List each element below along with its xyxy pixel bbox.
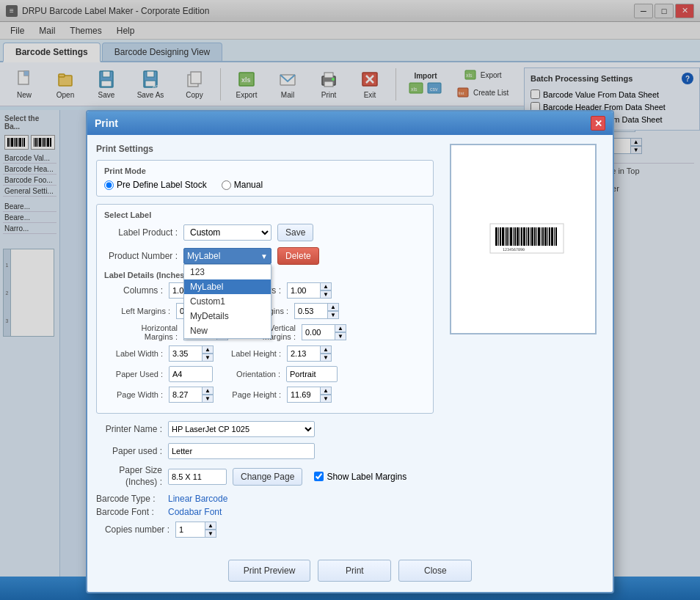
select-label-title: Select Label	[104, 211, 426, 219]
printer-name-label: Printer Name :	[96, 424, 162, 434]
label-width-input[interactable]	[169, 345, 202, 362]
top-margins-input[interactable]	[294, 303, 327, 319]
paper-used-text-input[interactable]	[168, 443, 315, 459]
copies-input[interactable]	[175, 522, 205, 538]
dialog-left-panel: Print Settings Print Mode Pre Define Lab…	[96, 144, 434, 544]
paper-used-row: Paper Used :	[104, 366, 213, 382]
radio-group: Pre Define Label Stock Manual	[104, 180, 426, 190]
printer-name-row: Printer Name : HP LaserJet CP 1025	[96, 421, 434, 437]
change-page-button[interactable]: Change Page	[233, 468, 302, 486]
label-height-input[interactable]	[287, 345, 320, 362]
printer-name-select[interactable]: HP LaserJet CP 1025	[168, 421, 315, 437]
barcode-type-row: Barcode Type : Linear Barcode	[96, 494, 434, 504]
radio-predefine[interactable]: Pre Define Label Stock	[104, 180, 207, 190]
page-height-row: Page Height : ▲ ▼	[222, 387, 332, 403]
rows-down[interactable]: ▼	[320, 290, 332, 299]
vertical-margins-down[interactable]: ▼	[335, 332, 346, 340]
product-number-value: MyLabel	[187, 251, 220, 261]
rows-input[interactable]	[287, 282, 320, 299]
delete-button[interactable]: Delete	[277, 247, 319, 265]
horizontal-margins-label: HorizontalMargins :	[104, 323, 178, 341]
page-height-down[interactable]: ▼	[320, 395, 332, 403]
paper-orient-row: Paper Used : Orientation :	[104, 366, 426, 382]
svg-rect-72	[542, 227, 544, 246]
dialog-close-action-button[interactable]: Close	[398, 560, 472, 582]
page-width-row: Page Width : ▲ ▼	[104, 387, 214, 403]
label-height-down[interactable]: ▼	[320, 354, 332, 362]
copies-down[interactable]: ▼	[205, 530, 216, 538]
barcode-font-label: Barcode Font :	[96, 507, 162, 517]
vertical-margins-input[interactable]	[302, 324, 335, 340]
orientation-label: Orientation :	[222, 370, 280, 378]
top-margins-up[interactable]: ▲	[327, 303, 339, 311]
vertical-margins-up[interactable]: ▲	[335, 324, 346, 332]
dialog-body: Print Settings Print Mode Pre Define Lab…	[87, 135, 613, 552]
orientation-input[interactable]	[286, 366, 338, 382]
product-number-row: Product Number : MyLabel ▼ 123 MyLabel C…	[104, 247, 426, 265]
option-mydetails[interactable]: MyDetails	[184, 309, 271, 323]
show-margins-label[interactable]: Show Label Margins	[314, 472, 406, 482]
option-new[interactable]: New	[184, 323, 271, 338]
svg-rect-69	[536, 227, 537, 246]
option-mylabel[interactable]: MyLabel	[184, 279, 271, 294]
page-width-buttons: ▲ ▼	[202, 387, 214, 403]
copies-up[interactable]: ▲	[205, 522, 216, 530]
svg-rect-55	[506, 227, 508, 246]
paper-used-text-label: Paper used :	[96, 446, 162, 456]
svg-rect-63	[523, 227, 525, 246]
product-number-dropdown[interactable]: MyLabel ▼	[183, 248, 271, 264]
print-button[interactable]: Print	[318, 560, 391, 582]
page-width-spinner: ▲ ▼	[169, 387, 214, 403]
barcode-type-label: Barcode Type :	[96, 494, 162, 504]
rows-up[interactable]: ▲	[320, 282, 332, 290]
page-width-input[interactable]	[169, 387, 202, 403]
show-margins-checkbox[interactable]	[314, 472, 324, 481]
dialog-actions: Print Preview Print Close	[87, 552, 613, 592]
copies-spinner: ▲ ▼	[175, 522, 216, 538]
dialog-close-button[interactable]: ✕	[591, 116, 605, 131]
page-height-up[interactable]: ▲	[320, 387, 332, 395]
label-height-up[interactable]: ▲	[320, 345, 332, 354]
radio-predefine-input[interactable]	[104, 180, 114, 190]
svg-rect-54	[505, 227, 506, 246]
select-label-group: Select Label Label Product : Custom Opti…	[96, 204, 434, 414]
svg-rect-50	[495, 227, 497, 246]
page-wh-row: Page Width : ▲ ▼ Page Height :	[104, 387, 426, 403]
product-number-label: Product Number :	[104, 251, 178, 261]
save-button[interactable]: Save	[277, 224, 313, 241]
paper-used-text-row: Paper used :	[96, 443, 434, 459]
label-height-row: Label Height : ▲ ▼	[222, 345, 332, 362]
radio-manual-input[interactable]	[222, 180, 231, 190]
label-width-up[interactable]: ▲	[202, 345, 214, 354]
label-width-down[interactable]: ▼	[202, 354, 214, 362]
label-height-spinner: ▲ ▼	[287, 345, 332, 362]
radio-predefine-label: Pre Define Label Stock	[117, 180, 207, 190]
option-custom1[interactable]: Custom1	[184, 294, 271, 309]
paper-size-input[interactable]	[168, 469, 227, 485]
page-height-label: Page Height :	[222, 390, 281, 399]
show-margins-text: Show Label Margins	[327, 472, 406, 482]
svg-text:1234567890: 1234567890	[503, 247, 525, 252]
paper-used-input[interactable]	[169, 366, 213, 382]
svg-rect-62	[521, 227, 522, 246]
svg-rect-51	[498, 227, 499, 246]
page-width-up[interactable]: ▲	[202, 387, 214, 395]
rows-spinner: ▲ ▼	[287, 282, 332, 299]
label-product-select[interactable]: Custom Option2	[183, 224, 271, 241]
svg-rect-68	[534, 227, 536, 246]
page-width-down[interactable]: ▼	[202, 395, 214, 403]
dialog-right-panel: 1234567890	[442, 144, 604, 544]
print-mode-title: Print Mode	[104, 167, 426, 175]
page-height-input[interactable]	[287, 387, 320, 403]
option-123[interactable]: 123	[184, 265, 271, 279]
barcode-font-value: Codabar Font	[168, 507, 222, 517]
label-preview: 1234567890	[450, 144, 597, 334]
radio-manual[interactable]: Manual	[222, 180, 263, 190]
product-number-arrow: ▼	[260, 252, 268, 260]
svg-rect-52	[500, 227, 501, 246]
print-preview-button[interactable]: Print Preview	[228, 560, 311, 582]
paper-size-label: Paper Size(Inches) :	[96, 465, 162, 488]
svg-rect-58	[513, 227, 514, 246]
svg-rect-60	[517, 227, 519, 246]
top-margins-down[interactable]: ▼	[327, 311, 339, 319]
